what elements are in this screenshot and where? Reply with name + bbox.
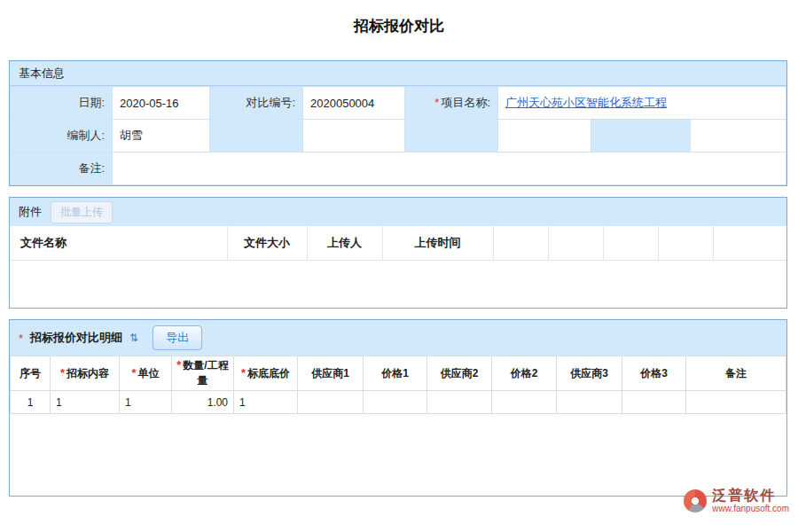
attachments-header-row: 文件名称文件大小上传人上传时间 <box>10 226 786 260</box>
detail-section-title: 招标报价对比明细 <box>30 330 122 346</box>
detail-col-header-label: 招标内容 <box>66 367 109 379</box>
basic-info-panel: 基本信息 日期: 2020-05-16 对比编号: 2020050004 *项目… <box>9 60 787 186</box>
basic-info-empty-label-cell <box>405 120 498 153</box>
attachment-col-header <box>713 226 786 260</box>
attachment-col-header: 文件大小 <box>227 226 307 260</box>
attachment-col-header: 上传人 <box>307 226 382 260</box>
detail-cell: 1 <box>234 391 298 414</box>
brand-name: 泛普软件 <box>712 488 789 504</box>
export-button[interactable]: 导出 <box>153 325 202 350</box>
detail-row: 1111.001 <box>11 391 786 414</box>
detail-cell <box>557 391 622 414</box>
project-name-label: *项目名称: <box>405 87 498 120</box>
detail-cell: 1 <box>120 391 172 414</box>
basic-info-section-header: 基本信息 <box>10 61 786 86</box>
detail-body: 1111.001 <box>11 391 786 414</box>
attachment-col-header <box>658 226 713 260</box>
detail-col-header: 价格2 <box>492 356 557 391</box>
basic-info-section-title: 基本信息 <box>19 66 65 82</box>
date-value: 2020-05-16 <box>113 87 210 120</box>
brand-url: www.fanpusoft.com <box>712 504 789 514</box>
detail-col-header-label: 供应商3 <box>570 367 608 379</box>
detail-section-header: * 招标报价对比明细 ⇅ 导出 <box>10 320 786 356</box>
detail-col-header-label: 供应商1 <box>311 367 349 379</box>
batch-upload-button[interactable]: 批量上传 <box>51 201 113 223</box>
detail-cell <box>622 391 686 414</box>
attachment-col-header <box>603 226 658 260</box>
detail-cell <box>427 391 492 414</box>
detail-cell <box>364 391 427 414</box>
detail-col-header-label: 数量/工程量 <box>183 359 228 387</box>
detail-col-header-label: 序号 <box>20 367 41 379</box>
detail-col-header-label: 单位 <box>138 367 160 379</box>
remark-label: 备注: <box>11 153 113 185</box>
required-mark: * <box>131 366 136 379</box>
required-mark: * <box>241 366 246 379</box>
detail-col-header: *数量/工程量 <box>172 356 234 391</box>
attachments-section-title: 附件 <box>19 204 42 220</box>
project-name-value: 广州天心苑小区智能化系统工程 <box>498 87 786 120</box>
attachments-table: 文件名称文件大小上传人上传时间 <box>10 226 786 261</box>
detail-col-header: 备注 <box>686 356 786 391</box>
attachment-col-header <box>548 226 603 260</box>
detail-col-header: 供应商1 <box>298 356 364 391</box>
detail-cell <box>298 391 364 414</box>
required-mark: * <box>176 358 181 372</box>
remark-value <box>113 153 786 185</box>
basic-info-empty-value-cell <box>691 120 786 153</box>
creator-value: 胡雪 <box>113 120 210 153</box>
detail-col-header: 供应商3 <box>557 356 622 391</box>
basic-info-row-2: 编制人: 胡雪 <box>11 120 786 153</box>
fanpu-logo: 泛普软件 www.fanpusoft.com <box>684 488 789 514</box>
detail-col-header: 供应商2 <box>427 356 492 391</box>
detail-cell: 1 <box>51 391 120 414</box>
date-label: 日期: <box>11 87 113 120</box>
attachments-section-header: 附件 批量上传 <box>10 198 786 226</box>
detail-cell: 1 <box>11 391 51 414</box>
detail-col-header-label: 供应商2 <box>441 367 479 379</box>
basic-info-form: 日期: 2020-05-16 对比编号: 2020050004 *项目名称: 广… <box>10 86 786 185</box>
basic-info-row-1: 日期: 2020-05-16 对比编号: 2020050004 *项目名称: 广… <box>11 87 786 120</box>
basic-info-empty-value-cell <box>303 120 405 153</box>
detail-cell: 1.00 <box>172 391 234 414</box>
detail-col-header-label: 备注 <box>725 367 747 379</box>
basic-info-empty-label-cell <box>210 120 303 153</box>
detail-cell <box>492 391 557 414</box>
project-name-label-text: 项目名称: <box>441 96 490 109</box>
basic-info-empty-value-cell <box>498 120 591 153</box>
detail-col-header-label: 价格1 <box>381 367 409 379</box>
attachment-col-header: 上传时间 <box>382 226 493 260</box>
detail-header-row: 序号*招标内容*单位*数量/工程量*标底底价供应商1价格1供应商2价格2供应商3… <box>11 356 786 391</box>
compare-no-value: 2020050004 <box>303 87 405 120</box>
detail-cell <box>686 391 786 414</box>
detail-col-header: *单位 <box>120 356 172 391</box>
detail-col-header: 价格1 <box>364 356 427 391</box>
detail-col-header: 价格3 <box>622 356 686 391</box>
basic-info-empty-label-cell <box>591 120 691 153</box>
detail-table: 序号*招标内容*单位*数量/工程量*标底底价供应商1价格1供应商2价格2供应商3… <box>10 356 786 414</box>
creator-label: 编制人: <box>11 120 113 153</box>
sort-icon[interactable]: ⇅ <box>129 332 138 344</box>
basic-info-row-3: 备注: <box>11 153 786 185</box>
detail-col-header: *招标内容 <box>51 356 120 391</box>
detail-col-header: 序号 <box>11 356 51 391</box>
required-mark: * <box>19 332 23 345</box>
detail-col-header-label: 标底底价 <box>247 367 290 379</box>
attachment-col-header: 文件名称 <box>10 226 227 260</box>
attachment-col-header <box>493 226 548 260</box>
detail-col-header-label: 价格3 <box>640 367 668 379</box>
attachments-panel: 附件 批量上传 文件名称文件大小上传人上传时间 <box>9 197 787 309</box>
detail-panel: * 招标报价对比明细 ⇅ 导出 序号*招标内容*单位*数量/工程量*标底底价供应… <box>9 319 787 497</box>
detail-col-header-label: 价格2 <box>511 367 538 379</box>
page-title: 招标报价对比 <box>0 16 798 36</box>
required-mark: * <box>434 96 439 109</box>
compare-no-label: 对比编号: <box>210 87 303 120</box>
attachments-empty-area <box>10 261 786 307</box>
fanpu-logo-icon <box>684 489 707 512</box>
project-link[interactable]: 广州天心苑小区智能化系统工程 <box>505 96 667 109</box>
detail-col-header: *标底底价 <box>234 356 298 391</box>
required-mark: * <box>60 366 65 379</box>
